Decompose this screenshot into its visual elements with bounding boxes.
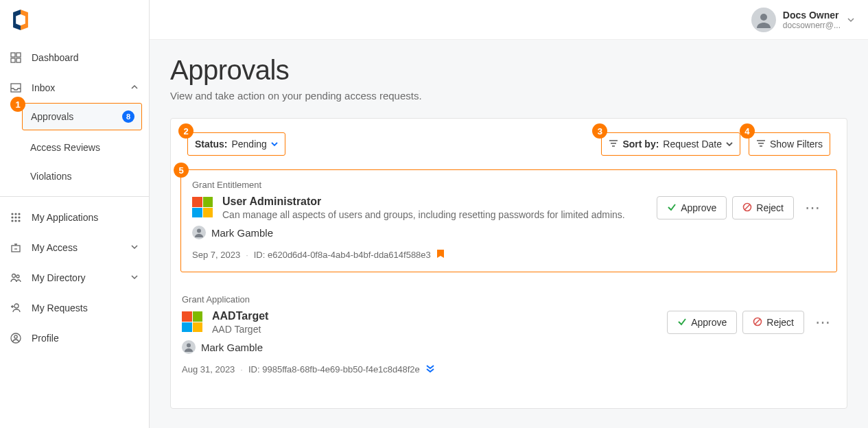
dashboard-icon: [10, 51, 22, 64]
callout-4: 4: [740, 123, 755, 139]
request-id: ID: e620d6d4-0f8a-4ab4-b4bf-dda614f588e3: [254, 250, 431, 260]
svg-point-24: [187, 344, 191, 348]
nav-label: Access Reviews: [30, 142, 100, 153]
nav-label: My Directory: [32, 272, 121, 283]
nav-inbox-access-reviews[interactable]: Access Reviews: [0, 133, 149, 162]
callout-5: 5: [174, 163, 189, 178]
nav-label: My Requests: [32, 302, 138, 313]
nav-label: Profile: [32, 333, 138, 344]
ban-icon: [753, 317, 762, 329]
reject-label: Reject: [756, 202, 784, 213]
request-date: Aug 31, 2023: [182, 364, 235, 374]
sort-by[interactable]: 3 Sort by: Request Date: [601, 132, 740, 156]
nav-profile[interactable]: Profile: [0, 323, 149, 353]
svg-point-10: [18, 216, 20, 218]
chevron-down-icon: [726, 139, 733, 150]
requester-avatar-icon: [182, 340, 196, 354]
reject-label: Reject: [766, 317, 794, 328]
chevron-up-icon: [131, 83, 138, 93]
more-actions-button[interactable]: ⋯: [799, 200, 825, 215]
svg-rect-1: [16, 53, 21, 57]
approvals-count-badge: 8: [122, 110, 134, 123]
nav-my-requests[interactable]: My Requests: [0, 293, 149, 323]
ban-icon: [742, 202, 752, 214]
svg-rect-4: [11, 84, 21, 92]
check-icon: [667, 202, 677, 214]
request-id: ID: 9985ffa8-68fb-4e69-bb50-f4e1c8d48f2e: [248, 364, 420, 374]
svg-point-8: [11, 216, 13, 218]
nav-label: Approvals: [31, 111, 113, 122]
filter-icon: [756, 139, 766, 150]
request-date: Sep 7, 2023: [192, 250, 240, 260]
request-type: Grant Application: [182, 294, 836, 305]
sort-label: Sort by:: [622, 139, 659, 150]
nav-dashboard[interactable]: Dashboard: [0, 43, 149, 73]
nav-my-access[interactable]: My Access: [0, 233, 149, 263]
approve-button[interactable]: Approve: [667, 311, 737, 334]
microsoft-icon: [192, 197, 213, 217]
list-panel: 2 Status: Pending 3 Sort by:: [170, 118, 847, 409]
apps-icon: [10, 211, 22, 224]
expand-down-icon[interactable]: [425, 364, 435, 375]
status-label: Status:: [195, 139, 227, 150]
nav-inbox-approvals[interactable]: 1 Approvals 8: [22, 103, 142, 130]
svg-point-5: [11, 213, 13, 215]
nav-my-directory[interactable]: My Directory: [0, 263, 149, 293]
check-icon: [677, 317, 687, 329]
inbox-icon: [10, 82, 22, 94]
topbar: Docs Owner docsownerr@...: [150, 0, 868, 40]
nav-inbox-violations[interactable]: Violations: [0, 162, 149, 191]
nav-label: My Access: [32, 242, 121, 253]
nav-label: My Applications: [32, 212, 138, 223]
svg-point-17: [14, 304, 19, 308]
requester-name: Mark Gamble: [201, 342, 263, 353]
chevron-down-icon: [131, 243, 138, 252]
request-card[interactable]: 5 Grant Entitlement User Administrator C…: [180, 169, 837, 272]
nav-label: Inbox: [32, 82, 121, 93]
svg-point-22: [197, 229, 201, 233]
user-name: Docs Owner: [783, 10, 841, 21]
profile-icon: [10, 332, 22, 344]
callout-1: 1: [10, 97, 25, 112]
callout-3: 3: [592, 123, 607, 139]
request-desc: Can manage all aspects of users and grou…: [222, 209, 647, 220]
request-meta: Sep 7, 2023 · ID: e620d6d4-0f8a-4ab4-b4b…: [192, 249, 825, 261]
sort-icon: [609, 139, 618, 150]
reject-button[interactable]: Reject: [732, 196, 794, 219]
approve-label: Approve: [691, 317, 727, 328]
nav-label: Violations: [30, 171, 71, 182]
chevron-down-icon: [847, 14, 854, 26]
requester: Mark Gamble: [182, 340, 836, 354]
sort-value: Request Date: [663, 139, 722, 150]
show-filters-button[interactable]: 4 Show Filters: [749, 132, 830, 156]
status-value: Pending: [231, 139, 266, 150]
svg-point-7: [18, 213, 20, 215]
user-menu[interactable]: Docs Owner docsownerr@...: [751, 8, 854, 32]
svg-rect-3: [16, 58, 21, 62]
status-filter[interactable]: 2 Status: Pending: [187, 132, 285, 156]
request-desc: AAD Target: [212, 324, 657, 335]
svg-point-15: [12, 274, 16, 278]
requester-name: Mark Gamble: [211, 227, 273, 239]
svg-rect-2: [11, 58, 15, 62]
nav-label: Dashboard: [32, 52, 138, 63]
svg-point-11: [11, 219, 13, 222]
main-area: Docs Owner docsownerr@... Approvals View…: [150, 0, 868, 428]
reject-button[interactable]: Reject: [742, 311, 804, 334]
svg-point-12: [14, 219, 16, 222]
nav-my-applications[interactable]: My Applications: [0, 202, 149, 233]
chevron-down-icon: [271, 139, 278, 150]
svg-rect-0: [11, 53, 15, 57]
request-type: Grant Entitlement: [192, 180, 825, 190]
svg-point-16: [16, 275, 19, 278]
request-card[interactable]: Grant Application AADTarget AAD Target: [180, 285, 837, 386]
svg-point-20: [760, 14, 767, 21]
more-actions-button[interactable]: ⋯: [810, 315, 836, 330]
svg-point-19: [14, 335, 17, 338]
user-email: docsownerr@...: [783, 21, 841, 30]
requests-icon: [10, 302, 22, 314]
svg-point-6: [14, 213, 16, 215]
approve-button[interactable]: Approve: [657, 196, 727, 219]
requester: Mark Gamble: [192, 226, 825, 239]
nav-divider: [0, 196, 149, 197]
